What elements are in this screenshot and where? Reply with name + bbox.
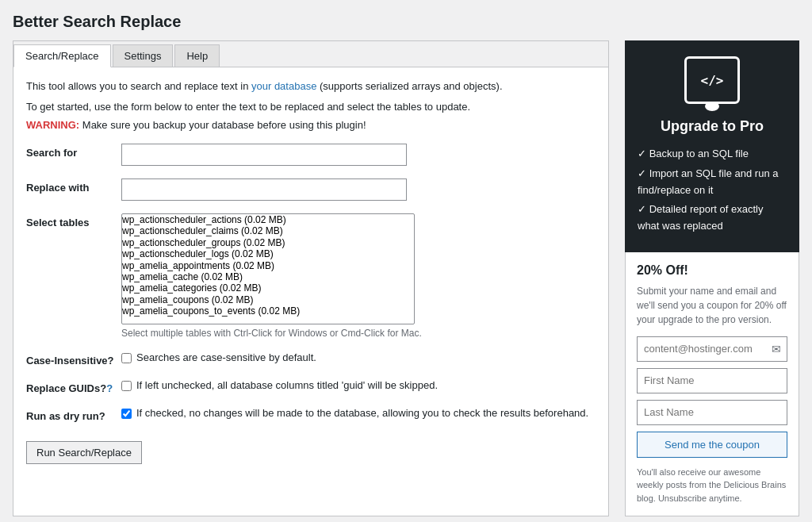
info-link[interactable]: your database bbox=[251, 80, 316, 92]
upgrade-box: </> Upgrade to Pro Backup to an SQL file… bbox=[625, 40, 799, 252]
feature-1: Backup to an SQL file bbox=[638, 144, 787, 164]
feature-2: Import an SQL file and run a find/replac… bbox=[638, 164, 787, 201]
select-hint: Select multiple tables with Ctrl-Click f… bbox=[121, 328, 596, 339]
coupon-title: 20% Off! bbox=[637, 263, 787, 278]
dry-run-text: If checked, no changes will be made to t… bbox=[136, 407, 588, 419]
search-input[interactable] bbox=[121, 144, 407, 166]
case-insensitive-text: Searches are case-sensitive by default. bbox=[136, 351, 316, 363]
upgrade-icon: </> bbox=[684, 56, 740, 104]
upgrade-title: Upgrade to Pro bbox=[638, 118, 787, 135]
tabs-bar: Search/Replace Settings Help bbox=[13, 41, 608, 67]
select-tables-control: wp_actionscheduler_actions (0.02 MB)wp_a… bbox=[121, 213, 596, 339]
info-line-2: To get started, use the form below to en… bbox=[26, 99, 596, 115]
sidebar: </> Upgrade to Pro Backup to an SQL file… bbox=[625, 40, 799, 516]
feature-3: Detailed report of exactly what was repl… bbox=[638, 200, 787, 236]
tab-content: This tool allows you to search and repla… bbox=[13, 67, 608, 482]
replace-guids-control: If left unchecked, all database columns … bbox=[121, 379, 596, 391]
upgrade-features: Backup to an SQL file Import an SQL file… bbox=[638, 144, 787, 236]
case-insensitive-control: Searches are case-sensitive by default. bbox=[121, 351, 596, 363]
select-tables-label: Select tables bbox=[26, 213, 121, 228]
last-name-input[interactable] bbox=[637, 400, 787, 425]
select-tables-row: Select tables wp_actionscheduler_actions… bbox=[26, 213, 596, 339]
main-panel: Search/Replace Settings Help This tool a… bbox=[13, 40, 609, 516]
dry-run-control: If checked, no changes will be made to t… bbox=[121, 407, 596, 419]
tab-settings[interactable]: Settings bbox=[113, 44, 174, 67]
replace-guids-label-text: Replace GUIDs? bbox=[26, 382, 106, 394]
search-for-label: Search for bbox=[26, 144, 121, 159]
warning-message: Make sure you backup your database befor… bbox=[82, 119, 366, 131]
replace-guids-row: Replace GUIDs?? If left unchecked, all d… bbox=[26, 379, 596, 394]
first-name-input[interactable] bbox=[637, 368, 787, 393]
email-icon: ✉ bbox=[772, 343, 781, 355]
replace-with-label: Replace with bbox=[26, 178, 121, 194]
case-insensitive-checkbox[interactable] bbox=[121, 353, 132, 363]
page-title: Better Search Replace bbox=[13, 13, 799, 31]
case-insensitive-label: Case-Insensitive? bbox=[26, 351, 121, 367]
upgrade-icon-text: </> bbox=[701, 73, 724, 88]
replace-guids-checkbox[interactable] bbox=[121, 381, 132, 391]
replace-guids-text: If left unchecked, all database columns … bbox=[136, 379, 438, 391]
info-line-1: This tool allows you to search and repla… bbox=[26, 79, 596, 94]
page-wrapper: Search/Replace Settings Help This tool a… bbox=[13, 40, 799, 516]
tab-help[interactable]: Help bbox=[174, 44, 220, 67]
replace-guids-help-link[interactable]: ? bbox=[106, 382, 113, 394]
send-coupon-button[interactable]: Send me the coupon bbox=[637, 432, 787, 458]
search-for-control bbox=[121, 144, 596, 166]
dry-run-row: Run as dry run? If checked, no changes w… bbox=[26, 407, 596, 422]
replace-with-control bbox=[121, 178, 596, 201]
case-insensitive-row: Case-Insensitive? Searches are case-sens… bbox=[26, 351, 596, 367]
dry-run-checkbox[interactable] bbox=[121, 409, 132, 419]
coupon-description: Submit your name and email and we'll sen… bbox=[637, 284, 787, 327]
email-input-wrapper: ✉ bbox=[637, 336, 787, 362]
coupon-box: 20% Off! Submit your name and email and … bbox=[625, 252, 799, 517]
replace-input[interactable] bbox=[121, 178, 407, 201]
warning-text: WARNING: Make sure you backup your datab… bbox=[26, 119, 596, 131]
tab-search-replace[interactable]: Search/Replace bbox=[13, 44, 111, 67]
dry-run-label: Run as dry run? bbox=[26, 407, 121, 422]
replace-with-row: Replace with bbox=[26, 178, 596, 201]
coupon-email-input[interactable] bbox=[637, 336, 787, 362]
run-search-replace-button[interactable]: Run Search/Replace bbox=[26, 441, 142, 464]
warning-label: WARNING: bbox=[26, 119, 79, 131]
search-for-row: Search for bbox=[26, 144, 596, 166]
coupon-footer: You'll also receive our awesome weekly p… bbox=[637, 466, 787, 505]
replace-guids-label: Replace GUIDs?? bbox=[26, 379, 121, 394]
tables-select[interactable]: wp_actionscheduler_actions (0.02 MB)wp_a… bbox=[121, 213, 415, 324]
